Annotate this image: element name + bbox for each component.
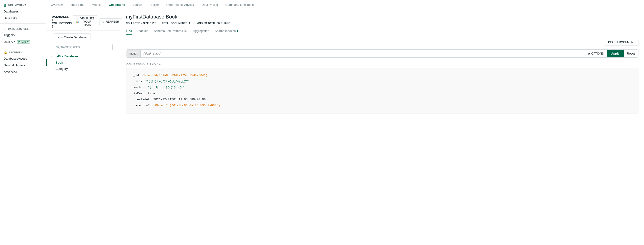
apply-button[interactable]: Apply — [607, 50, 624, 57]
collections-label: COLLECTIONS: — [52, 22, 73, 25]
tab-search[interactable]: Search — [132, 0, 143, 10]
tab-overview[interactable]: Overview — [50, 0, 64, 10]
collection-title: myFirstDatabase.Book — [126, 14, 638, 20]
create-database-button[interactable]: + + Create Database — [54, 33, 90, 41]
sidebar-item-data-lake[interactable]: Data Lake — [0, 15, 46, 21]
insert-document-button[interactable]: INSERT DOCUMENT — [605, 39, 638, 46]
filter-bar: FILTER ▶ OPTIONS Apply Reset — [126, 49, 638, 57]
sidebar-item-database-access[interactable]: Database Access — [0, 55, 46, 62]
bar-chart-icon: 📊 — [76, 20, 79, 23]
plus-icon: + — [58, 36, 60, 39]
db-panel: DATABASES: 1 COLLECTIONS: 2 📊 VISUALIZE … — [46, 10, 120, 245]
top-nav: Overview Real Time Metrics Collections S… — [46, 0, 644, 10]
visualize-button[interactable]: 📊 VISUALIZE YOUR DATA — [73, 15, 98, 28]
sidebar-item-network-access[interactable]: Network Access — [0, 62, 46, 69]
data-services-icon: ☰ — [4, 27, 7, 31]
collections-meta: DATABASES: 1 COLLECTIONS: 2 — [52, 15, 73, 28]
tab-performance-advisor[interactable]: Performance Advisor — [166, 0, 195, 10]
total-docs-label: TOTAL DOCUMENTS: 1 — [162, 22, 190, 24]
search-icon: 🔍 — [56, 45, 60, 49]
db-tree-item-book[interactable]: Book — [46, 59, 120, 66]
filter-input[interactable] — [141, 50, 585, 57]
document-card: _id: ObjectId("61a6cd89d0a175bb35d0a864"… — [126, 68, 638, 113]
doc-field-id: _id: ObjectId("61a6cd89d0a175bb35d0a864"… — [134, 73, 631, 79]
refresh-button[interactable]: ↻ REFRESH — [99, 18, 122, 25]
namespace-search[interactable]: 🔍 NAMESPACES — [54, 44, 113, 50]
tab-profiler[interactable]: Profiler — [148, 0, 160, 10]
schema-badge: 0 — [184, 29, 188, 32]
doc-field-title: title: "うまくいっている人の考え方" — [134, 79, 631, 85]
sidebar-item-advanced[interactable]: Advanced — [0, 69, 46, 75]
options-button[interactable]: ▶ OPTIONS — [585, 50, 607, 57]
databases-count: 1 — [52, 18, 54, 22]
doc-field-categoryid: categoryId: ObjectId("61a6cc01d0a175bb35… — [134, 103, 631, 109]
db-tree: ▼ myFirstDatabase Book Category — [46, 52, 120, 73]
deployment-section: 🗄 DEPLOYMENT — [0, 2, 46, 8]
tab-aggregation[interactable]: Aggregation — [193, 27, 209, 35]
sidebar-divider-2 — [0, 47, 46, 47]
preview-badge: PREVIEW — [17, 40, 30, 43]
collection-tabs: Find Indexes Schema Anti-Patterns 0 Aggr… — [126, 27, 638, 35]
reset-button[interactable]: Reset — [624, 50, 638, 57]
toolbar-row: INSERT DOCUMENT — [126, 39, 638, 46]
data-services-section: ☰ DATA SERVICES — [0, 25, 46, 32]
sidebar-item-triggers[interactable]: Triggers — [0, 32, 46, 38]
tab-collections[interactable]: Collections — [108, 0, 126, 10]
doc-field-isread: isRead: true — [134, 91, 631, 97]
tab-schema-anti-patterns[interactable]: Schema Anti-Patterns 0 — [154, 27, 187, 35]
collection-panel: myFirstDatabase.Book COLLECTION SIZE: 17… — [120, 10, 644, 245]
deployment-icon: 🗄 — [4, 4, 7, 7]
tab-command-line-tools[interactable]: Command Line Tools — [224, 0, 255, 10]
indexes-size-value: 20KB — [224, 22, 230, 24]
collection-size-label: COLLECTION SIZE: 171B — [126, 22, 156, 24]
collection-size-value: 171B — [150, 22, 156, 24]
security-section: 🔒 SECURITY — [0, 49, 46, 55]
collection-header: myFirstDatabase.Book COLLECTION SIZE: 17… — [120, 10, 644, 35]
sidebar-divider-1 — [0, 23, 46, 23]
tab-data-pricing[interactable]: Data Pricing — [201, 0, 219, 10]
refresh-icon: ↻ — [102, 20, 104, 23]
tab-search-indexes[interactable]: Search Indexes — [215, 27, 238, 35]
doc-field-author: author: "ジェリー・ミンチントン" — [134, 85, 631, 91]
collection-meta: COLLECTION SIZE: 171B TOTAL DOCUMENTS: 1… — [126, 22, 638, 24]
sidebar: 🗄 DEPLOYMENT Databases Data Lake ☰ DATA … — [0, 0, 46, 245]
chevron-icon: ▼ — [50, 55, 52, 57]
databases-label: DATABASES: — [52, 15, 70, 18]
search-indexes-dot — [237, 30, 238, 32]
doc-field-createdat: createdAt: 2021-12-01T01:19:05.580+00:00 — [134, 97, 631, 103]
create-db-container: + + Create Database 🔍 NAMESPACES — [46, 31, 120, 52]
top-right-actions: 📊 VISUALIZE YOUR DATA ↻ REFRESH — [73, 15, 122, 28]
db-tree-item-category[interactable]: Category — [46, 66, 120, 72]
collection-body: INSERT DOCUMENT FILTER ▶ OPTIONS Apply R… — [120, 35, 644, 245]
query-results-range: 1-1 OF 1 — [150, 62, 160, 65]
tab-indexes[interactable]: Indexes — [138, 27, 148, 35]
sidebar-item-data-api[interactable]: Data API PREVIEW — [0, 38, 46, 45]
collections-header-row: DATABASES: 1 COLLECTIONS: 2 📊 VISUALIZE … — [46, 13, 120, 31]
main-content: Overview Real Time Metrics Collections S… — [46, 0, 644, 245]
filter-label: FILTER — [126, 50, 141, 57]
security-icon: 🔒 — [4, 51, 8, 54]
query-results-label: QUERY RESULTS 1-1 OF 1 — [126, 62, 638, 65]
tab-metrics[interactable]: Metrics — [91, 0, 102, 10]
tab-find[interactable]: Find — [126, 27, 132, 35]
total-docs-value: 1 — [189, 22, 190, 24]
sidebar-item-databases[interactable]: Databases — [0, 8, 46, 15]
tab-realtime[interactable]: Real Time — [70, 0, 85, 10]
db-tree-header[interactable]: ▼ myFirstDatabase — [46, 53, 120, 59]
collections-count: 2 — [52, 25, 54, 28]
content-area: DATABASES: 1 COLLECTIONS: 2 📊 VISUALIZE … — [46, 10, 644, 245]
indexes-size-label: INDEXES TOTAL SIZE: 20KB — [196, 22, 230, 24]
